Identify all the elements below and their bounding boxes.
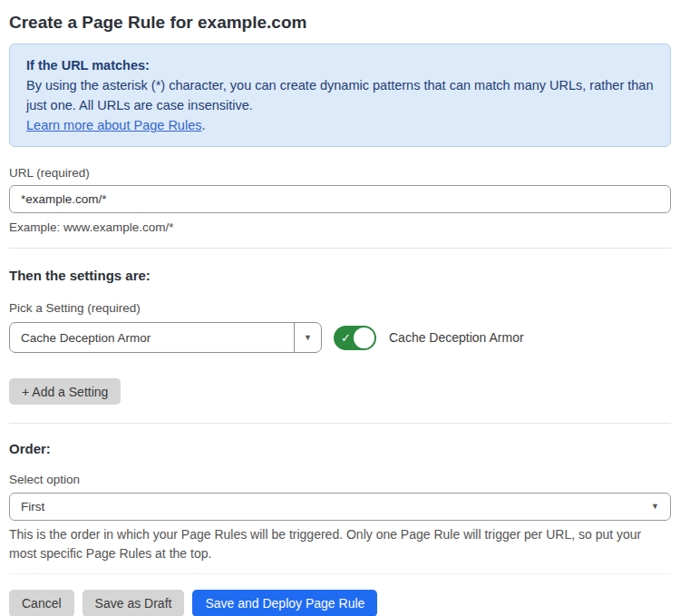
setting-toggle[interactable]: ✓ [334,326,376,350]
chevron-down-icon: ▼ [651,503,659,511]
info-box-heading: If the URL matches: [26,55,654,75]
link-suffix: . [201,118,205,132]
settings-section-heading: Then the settings are: [9,267,671,284]
order-helper-text: This is the order in which your Page Rul… [9,525,671,563]
url-field-label: URL (required) [9,165,671,181]
order-select-value: First [21,500,651,513]
toggle-knob [354,328,374,348]
divider-before-footer [9,573,671,574]
url-match-info-box: If the URL matches: By using the asteris… [9,44,671,147]
add-setting-button[interactable]: + Add a Setting [9,378,121,405]
footer-actions: Cancel Save as Draft Save and Deploy Pag… [9,590,671,616]
order-select-label: Select option [9,472,671,487]
url-input[interactable] [9,185,671,213]
info-box-body: By using the asterisk (*) character, you… [26,75,654,115]
setting-select-dropdown[interactable]: Cache Deception Armor ▼ [9,322,322,353]
cancel-button[interactable]: Cancel [9,590,74,616]
url-example-helper: Example: www.example.com/* [9,220,671,235]
pick-setting-label: Pick a Setting (required) [9,300,671,316]
setting-select-arrow-button[interactable]: ▼ [294,323,321,352]
page-title: Create a Page Rule for example.com [9,9,671,34]
check-icon: ✓ [341,332,351,344]
save-and-deploy-button[interactable]: Save and Deploy Page Rule [192,590,377,616]
info-box-link-line: Learn more about Page Rules. [26,115,654,135]
learn-more-link[interactable]: Learn more about Page Rules [26,118,201,132]
setting-toggle-label: Cache Deception Armor [389,330,524,345]
setting-select-value: Cache Deception Armor [10,323,294,352]
chevron-down-icon: ▼ [304,334,312,342]
setting-row: Cache Deception Armor ▼ ✓ Cache Deceptio… [9,322,671,353]
order-section-heading: Order: [9,440,671,457]
order-select-dropdown[interactable]: First ▼ [9,493,671,521]
divider-after-settings [9,423,671,424]
divider-after-url [9,248,671,249]
save-as-draft-button[interactable]: Save as Draft [83,590,185,616]
